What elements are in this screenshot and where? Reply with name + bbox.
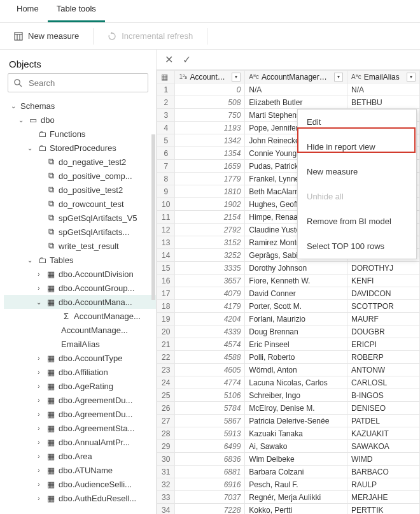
cell-email[interactable]: MERJAHE — [347, 491, 420, 504]
table-row[interactable]: 265784McElroy, Denise M.DENISEO — [157, 402, 420, 415]
tree-sp-item[interactable]: ⧉do_negative_test2 — [4, 155, 156, 169]
tree-functions[interactable]: 🗀Functions — [4, 127, 156, 141]
tree-table-item[interactable]: ›▦dbo.Area — [4, 449, 156, 463]
row-header[interactable]: 5 — [157, 134, 175, 147]
tree-sp-item[interactable]: ⧉do_positive_comp... — [4, 169, 156, 183]
table-row[interactable]: 244774Lacuna Nicolas, CarlosCARLOSL — [157, 376, 420, 389]
tree-table-item[interactable]: ›▦dbo.AnnualAmtPr... — [4, 435, 156, 449]
column-header-id[interactable]: 1²₃ AccountManagerId ▾ — [175, 71, 245, 83]
cell-id[interactable]: 4774 — [175, 376, 245, 389]
cell-name[interactable]: Kazuaki Tanaka — [245, 427, 347, 440]
tree-storedprocedures[interactable]: ⌄🗀StoredProcedures — [4, 141, 156, 155]
cell-id[interactable]: 3657 — [175, 275, 245, 287]
table-row[interactable]: 163657Fiore, Kenneth W.KENFI — [157, 275, 420, 287]
cell-id[interactable]: 1902 — [175, 198, 245, 211]
tree-table-item[interactable]: ›▦dbo.ATUName — [4, 463, 156, 477]
cell-id[interactable]: 3335 — [175, 262, 245, 275]
cell-email[interactable]: RAULP — [347, 478, 420, 491]
row-header[interactable]: 1 — [157, 83, 175, 96]
tree-sp-item[interactable]: ⧉do_positive_test2 — [4, 183, 156, 197]
cell-name[interactable]: Elizabeth Butler — [245, 96, 347, 109]
tree-column-item[interactable]: ΣAccountManage... — [4, 309, 156, 323]
tree-tables[interactable]: ⌄🗀Tables — [4, 253, 156, 267]
cell-id[interactable]: 4605 — [175, 364, 245, 376]
sidebar-scrollbar[interactable] — [151, 97, 156, 505]
tree-table-item[interactable]: ›▦dbo.AgreementSta... — [4, 421, 156, 435]
row-header[interactable]: 30 — [157, 453, 175, 466]
cell-name[interactable]: Lacuna Nicolas, Carlos — [245, 376, 347, 389]
cell-name[interactable]: Eric Pinseel — [245, 338, 347, 351]
cm-remove-from-bi-model[interactable]: Remove from BI model — [298, 209, 416, 234]
cell-id[interactable]: 1779 — [175, 173, 245, 185]
row-header[interactable]: 17 — [157, 287, 175, 300]
table-row[interactable]: 204339Doug BrennanDOUGBR — [157, 325, 420, 338]
row-header[interactable]: 12 — [157, 224, 175, 236]
tree-schemas[interactable]: ⌄Schemas — [4, 99, 156, 113]
table-row[interactable]: 2508Elizabeth ButlerBETHBU — [157, 96, 420, 109]
cell-id[interactable]: 750 — [175, 109, 245, 122]
table-row[interactable]: 234605Wörndl, AntonANTONW — [157, 364, 420, 376]
row-header[interactable]: 24 — [157, 376, 175, 389]
cm-edit[interactable]: Edit — [298, 110, 416, 134]
cell-name[interactable]: Kokko, Pertti — [245, 504, 347, 515]
row-header[interactable]: 13 — [157, 236, 175, 249]
row-header[interactable]: 27 — [157, 415, 175, 427]
tree-table-item[interactable]: ›▦dbo.AccountGroup... — [4, 281, 156, 295]
cell-name[interactable]: Dorothy Johnson — [245, 262, 347, 275]
cell-email[interactable]: BETHBU — [347, 96, 420, 109]
row-header[interactable]: 14 — [157, 249, 175, 262]
new-measure-button[interactable]: New measure — [8, 27, 85, 45]
tree-table-item[interactable]: ›▦dbo.AgeRating — [4, 379, 156, 393]
table-row[interactable]: 224588Polli, RobertoROBERP — [157, 351, 420, 364]
row-header[interactable]: 11 — [157, 211, 175, 224]
formula-input[interactable] — [196, 52, 416, 68]
cell-id[interactable]: 4079 — [175, 287, 245, 300]
cell-id[interactable]: 4588 — [175, 351, 245, 364]
cell-name[interactable]: McElroy, Denise M. — [245, 402, 347, 415]
cm-select-top-100[interactable]: Select TOP 100 rows — [298, 234, 416, 259]
scrollbar-thumb[interactable] — [151, 134, 155, 300]
tree-column-item[interactable]: EmailAlias — [4, 337, 156, 351]
table-row[interactable]: 194204Forlani, MaurizioMAURF — [157, 313, 420, 325]
tree-sp-item[interactable]: ⧉write_test_result — [4, 239, 156, 253]
cell-id[interactable]: 6881 — [175, 466, 245, 478]
cell-name[interactable]: Barbara Colzani — [245, 466, 347, 478]
cell-email[interactable]: BARBACO — [347, 466, 420, 478]
cell-id[interactable]: 1193 — [175, 122, 245, 134]
cell-name[interactable]: N/A — [245, 83, 347, 96]
row-header[interactable]: 28 — [157, 427, 175, 440]
cell-email[interactable]: N/A — [347, 83, 420, 96]
column-header-email[interactable]: Aᴮc EmailAlias ▾ — [347, 71, 420, 83]
search-input[interactable] — [27, 78, 143, 89]
tree-table-item[interactable]: ›▦dbo.AudienceSelli... — [4, 477, 156, 491]
row-header[interactable]: 4 — [157, 122, 175, 134]
tab-table-tools[interactable]: Table tools — [48, 0, 105, 22]
cell-id[interactable]: 1810 — [175, 185, 245, 198]
cell-id[interactable]: 6499 — [175, 440, 245, 453]
row-header[interactable]: 21 — [157, 338, 175, 351]
cell-email[interactable]: ROBERP — [347, 351, 420, 364]
tree-table-accountmanager[interactable]: ⌄▦dbo.AccountMana... — [4, 295, 156, 309]
cell-name[interactable]: Porter, Scott M. — [245, 300, 347, 313]
cell-name[interactable]: Patricia Delerive-Senée — [245, 415, 347, 427]
cell-id[interactable]: 7228 — [175, 504, 245, 515]
cell-id[interactable]: 6916 — [175, 478, 245, 491]
tree-table-item[interactable]: ›▦dbo.AgreementDu... — [4, 393, 156, 407]
tree-table-item[interactable]: ›▦dbo.AgreementDu... — [4, 407, 156, 421]
cell-email[interactable]: DAVIDCON — [347, 287, 420, 300]
table-row[interactable]: 296499Ai, SawakoSAWAKOA — [157, 440, 420, 453]
cell-id[interactable]: 7037 — [175, 491, 245, 504]
corner-cell[interactable]: ▦ — [157, 71, 175, 83]
chevron-down-icon[interactable]: ▾ — [407, 73, 416, 82]
cell-email[interactable]: MAURF — [347, 313, 420, 325]
column-header-name[interactable]: Aᴮc AccountManagerName ▾ — [245, 71, 347, 83]
cell-email[interactable]: PERTTIK — [347, 504, 420, 515]
cell-email[interactable]: PATDEL — [347, 415, 420, 427]
cancel-icon[interactable]: ✕ — [160, 52, 177, 68]
cell-id[interactable]: 5784 — [175, 402, 245, 415]
cell-email[interactable]: DENISEO — [347, 402, 420, 415]
tree-table-item[interactable]: ›▦dbo.AuthEduResell... — [4, 491, 156, 505]
cell-id[interactable]: 4339 — [175, 325, 245, 338]
cell-name[interactable]: David Conner — [245, 287, 347, 300]
table-row[interactable]: 275867Patricia Delerive-SenéePATDEL — [157, 415, 420, 427]
